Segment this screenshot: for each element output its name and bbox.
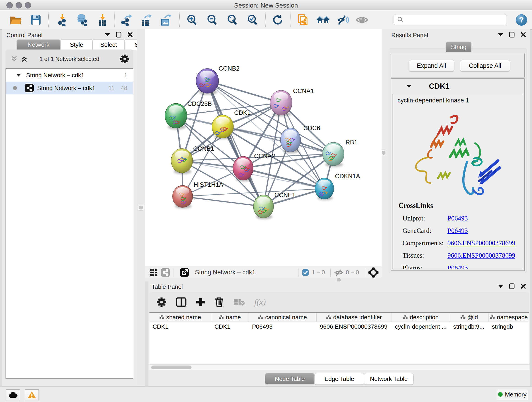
network-list-toolbar: 1 of 1 Network selected: [6, 50, 133, 68]
zoom-fit-button[interactable]: [225, 13, 240, 26]
node-CDKN1A[interactable]: [315, 178, 334, 200]
node-CCNB2[interactable]: [196, 69, 219, 95]
column-header-name[interactable]: name: [211, 313, 249, 322]
search-input[interactable]: [406, 15, 507, 25]
node-CCNA1[interactable]: [270, 90, 292, 116]
column-type-icon: [461, 315, 465, 319]
tab-select[interactable]: Select: [93, 39, 125, 50]
tab-string[interactable]: String: [446, 42, 472, 52]
node-CDC25B[interactable]: [165, 103, 187, 129]
network-collection-row[interactable]: String Network – cdk1 1: [6, 69, 133, 82]
edge-HIST1H1A-CCNE1[interactable]: [183, 196, 264, 206]
warnings-button[interactable]: [25, 389, 39, 400]
fit-selected-crosshair-icon[interactable]: [368, 268, 379, 278]
add-column-icon[interactable]: [196, 297, 205, 307]
table-horizontal-scrollbar[interactable]: [149, 364, 529, 370]
panel-close-icon[interactable]: [520, 283, 526, 289]
export-image-icon: [160, 14, 172, 26]
network-thumbnail-icon[interactable]: [161, 268, 170, 277]
hidden-eye-icon: [334, 269, 343, 276]
vertical-splitter-right[interactable]: [382, 29, 385, 278]
tree-expand-icon[interactable]: [17, 74, 21, 76]
column-header-description[interactable]: description: [392, 313, 450, 322]
network-canvas[interactable]: CCNB2CCNA1CDC25BCDK1CDC6RB1CCNB1CCNA2CDK…: [145, 29, 382, 267]
card-collapse-icon[interactable]: [406, 85, 412, 88]
protein-card-header[interactable]: CDK1: [391, 79, 524, 94]
crosslink-link[interactable]: P06493: [447, 215, 468, 222]
column-header-canonical-name[interactable]: canonical name: [249, 313, 317, 322]
zoom-out-button[interactable]: [205, 13, 220, 26]
cloud-button[interactable]: [6, 389, 20, 400]
node-RB1[interactable]: [323, 142, 344, 167]
splitter-handle[interactable]: [138, 204, 144, 211]
show-columns-icon[interactable]: [176, 297, 186, 307]
network-selection-status: 1 of 1 Network selected: [6, 56, 133, 62]
panel-close-icon[interactable]: [520, 32, 526, 37]
node-CCNB1[interactable]: [171, 148, 193, 174]
crosslink-link[interactable]: P06493: [447, 264, 468, 269]
hide-unhide-button[interactable]: [336, 13, 350, 26]
network-row-selected[interactable]: String Network – cdk1 11 48: [6, 82, 133, 95]
open-session-button[interactable]: [8, 13, 23, 26]
save-session-button[interactable]: [28, 13, 43, 26]
column-header-shared-name[interactable]: shared name: [149, 313, 211, 322]
results-panel-title: Results Panel: [391, 32, 428, 39]
crosslink-link[interactable]: 9606.ENSP00000378699: [447, 252, 515, 259]
import-network-from-database-button[interactable]: [75, 13, 89, 26]
export-image-button[interactable]: [158, 13, 173, 26]
export-table-button[interactable]: [139, 13, 153, 26]
vertical-splitter-left[interactable]: [137, 29, 145, 386]
help-button[interactable]: ?: [514, 13, 529, 26]
scrollbar-thumb[interactable]: [151, 366, 191, 369]
node-CDC6[interactable]: [280, 128, 301, 153]
open-in-new-window-icon[interactable]: [180, 268, 189, 277]
refresh-network-button[interactable]: [270, 13, 285, 26]
panel-collapse-icon[interactable]: [498, 33, 503, 36]
node-HIST1H1A[interactable]: [172, 185, 193, 209]
edge-CCNB2-CCNA1[interactable]: [207, 81, 281, 103]
node-CDK1[interactable]: [212, 115, 234, 139]
panel-close-icon[interactable]: [127, 32, 133, 37]
crosslink-link[interactable]: 9606.ENSP00000378699: [447, 239, 515, 247]
tab-network-table[interactable]: Network Table: [364, 373, 413, 385]
zoom-selected-button[interactable]: [246, 13, 260, 26]
node-label-CDKN1A: CDKN1A: [335, 173, 360, 180]
tab-style[interactable]: Style: [60, 39, 93, 50]
panel-float-icon[interactable]: [509, 283, 515, 289]
import-string-network-button[interactable]: [296, 13, 311, 26]
tab-network[interactable]: Network: [17, 39, 60, 50]
node-count: 11: [108, 85, 114, 92]
column-header-database-identifier[interactable]: database identifier: [317, 313, 392, 322]
selected-checkbox-icon[interactable]: [302, 269, 309, 276]
node-CCNE1[interactable]: [253, 195, 273, 219]
horizontal-splitter[interactable]: [145, 278, 530, 281]
export-network-button[interactable]: [119, 13, 134, 26]
home-button[interactable]: [316, 13, 330, 26]
import-table-from-file-button[interactable]: [95, 13, 110, 26]
crosslink-label: Tissues:: [403, 252, 447, 259]
tab-edge-table[interactable]: Edge Table: [315, 373, 364, 385]
collection-name: String Network – cdk1: [26, 72, 84, 79]
network-options-gear-icon[interactable]: [120, 54, 130, 64]
column-header-namespace[interactable]: namespace: [489, 313, 529, 322]
collapse-all-button[interactable]: Collapse All: [460, 60, 510, 71]
panel-float-icon[interactable]: [509, 32, 515, 38]
expand-all-button[interactable]: Expand All: [409, 60, 454, 71]
grid-view-icon[interactable]: [149, 269, 157, 276]
panel-collapse-icon[interactable]: [498, 285, 503, 288]
table-settings-gear-icon[interactable]: [156, 297, 167, 307]
table-row[interactable]: CDK1CDK1P064939606.ENSP00000378699cyclin…: [149, 322, 529, 331]
import-network-from-file-button[interactable]: [55, 13, 70, 26]
column-type-icon: [403, 315, 408, 319]
zoom-in-button[interactable]: [185, 13, 200, 26]
delete-column-icon[interactable]: [215, 297, 224, 307]
panel-float-icon[interactable]: [116, 32, 121, 38]
tab-node-table[interactable]: Node Table: [265, 373, 315, 385]
crosslink-link[interactable]: P06493: [447, 227, 468, 235]
node-label-RB1: RB1: [346, 139, 358, 146]
panel-collapse-icon[interactable]: [105, 33, 110, 36]
memory-button[interactable]: Memory: [497, 389, 528, 400]
show-graphics-details-button[interactable]: [355, 13, 369, 26]
import-network-icon: [56, 14, 69, 26]
column-header-id[interactable]: @id: [450, 313, 489, 322]
